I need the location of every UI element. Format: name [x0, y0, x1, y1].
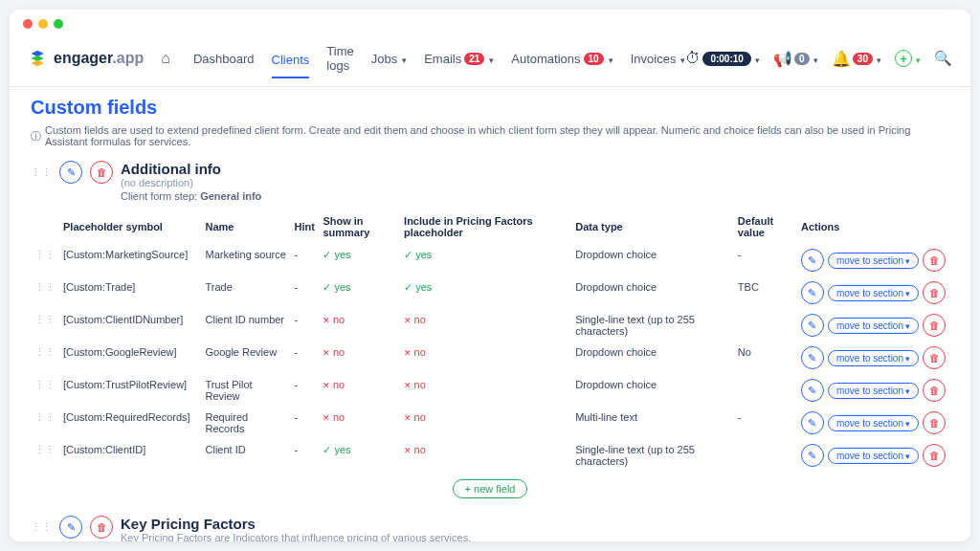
move-to-section-button[interactable]: move to section: [828, 253, 919, 269]
min-dot[interactable]: [38, 19, 48, 29]
plus-icon: +: [895, 50, 912, 67]
drag-handle-icon[interactable]: ⋮⋮: [34, 276, 56, 293]
move-to-section-button[interactable]: move to section: [828, 383, 919, 399]
field-hint: -: [291, 342, 320, 374]
data-type: Single-line text (up to 255 characters): [571, 439, 734, 472]
nav-emails[interactable]: Emails21: [424, 46, 494, 72]
field-hint: -: [291, 309, 320, 342]
section-header-additional-info: ⋮⋮ ✎ 🗑 Additional info (no description) …: [31, 161, 949, 202]
default-value: [734, 439, 797, 472]
drag-handle-icon[interactable]: ⋮⋮: [34, 373, 56, 390]
default-value: [734, 309, 797, 342]
edit-field-button[interactable]: ✎: [801, 379, 824, 402]
move-to-section-button[interactable]: move to section: [828, 415, 919, 431]
drag-handle-icon[interactable]: ⋮⋮: [34, 308, 56, 325]
drag-handle-icon[interactable]: ⋮⋮: [31, 516, 52, 534]
yes-indicator: yes: [323, 281, 350, 293]
show-in-summary: no: [319, 407, 400, 439]
default-value: -: [734, 407, 797, 439]
section-desc: (no description): [121, 177, 261, 188]
search-button[interactable]: 🔍: [934, 50, 952, 67]
edit-field-button[interactable]: ✎: [801, 249, 824, 272]
data-type: Single-line text (up to 255 characters): [571, 309, 734, 342]
delete-field-button[interactable]: 🗑: [923, 249, 946, 272]
delete-field-button[interactable]: 🗑: [923, 379, 946, 402]
delete-field-button[interactable]: 🗑: [923, 346, 946, 369]
show-in-summary: no: [319, 374, 400, 407]
delete-field-button[interactable]: 🗑: [923, 314, 946, 337]
drag-handle-icon[interactable]: ⋮⋮: [34, 341, 56, 358]
timer-button[interactable]: ⏱ 0:00:10: [685, 50, 759, 67]
edit-section-button[interactable]: ✎: [59, 516, 82, 539]
drag-handle-icon[interactable]: ⋮⋮: [34, 406, 56, 423]
nav-dashboard[interactable]: Dashboard: [193, 46, 255, 72]
nav-jobs[interactable]: Jobs: [371, 46, 407, 72]
edit-field-button[interactable]: ✎: [801, 444, 824, 467]
home-icon[interactable]: ⌂: [161, 50, 170, 67]
field-hint: -: [291, 244, 320, 276]
timer-value: 0:00:10: [702, 52, 750, 66]
drag-handle-icon[interactable]: ⋮⋮: [31, 161, 52, 179]
show-in-summary: yes: [319, 439, 400, 472]
include-in-pricing: yes: [400, 276, 571, 309]
no-indicator: no: [404, 444, 426, 455]
move-to-section-button[interactable]: move to section: [828, 285, 919, 301]
delete-field-button[interactable]: 🗑: [923, 444, 946, 467]
data-type: Dropdown choice: [571, 342, 734, 374]
no-indicator: no: [404, 379, 426, 390]
show-in-summary: no: [319, 342, 400, 374]
table-row: ⋮⋮[Custom:MarketingSource]Marketing sour…: [31, 244, 949, 276]
nav-clients[interactable]: Clients: [272, 47, 310, 78]
delete-section-button[interactable]: 🗑: [90, 161, 113, 184]
move-to-section-button[interactable]: move to section: [828, 318, 919, 334]
placeholder-symbol: [Custom:RequiredRecords]: [59, 407, 202, 439]
table-row: ⋮⋮[Custom:RequiredRecords]Required Recor…: [31, 407, 949, 439]
brand-logo[interactable]: engager.app: [29, 49, 144, 68]
delete-field-button[interactable]: 🗑: [923, 411, 946, 434]
move-to-section-button[interactable]: move to section: [828, 350, 919, 366]
add-button[interactable]: +: [895, 50, 921, 67]
edit-section-button[interactable]: ✎: [59, 161, 82, 184]
yes-indicator: yes: [404, 249, 432, 260]
delete-field-button[interactable]: 🗑: [923, 281, 946, 304]
announce-button[interactable]: 📢0: [773, 50, 818, 68]
drag-handle-icon[interactable]: ⋮⋮: [34, 243, 56, 260]
section-title: Additional info: [121, 161, 261, 177]
placeholder-symbol: [Custom:Trade]: [59, 276, 202, 309]
edit-field-button[interactable]: ✎: [801, 314, 824, 337]
field-hint: -: [291, 407, 320, 439]
no-indicator: no: [404, 346, 426, 358]
field-name: Required Records: [202, 407, 291, 439]
notifications-button[interactable]: 🔔30: [832, 50, 881, 68]
field-hint: -: [291, 374, 320, 407]
col-header: Placeholder symbol: [59, 209, 202, 244]
field-name: Google Review: [202, 342, 291, 374]
fields-table-additional-info: Placeholder symbolNameHintShow in summar…: [31, 209, 949, 472]
yes-indicator: yes: [404, 281, 432, 293]
default-value: -: [734, 244, 797, 276]
nav-automations[interactable]: Automations10: [511, 46, 612, 72]
edit-field-button[interactable]: ✎: [801, 346, 824, 369]
brand-suffix: .app: [112, 50, 144, 66]
drag-handle-icon[interactable]: ⋮⋮: [34, 438, 56, 455]
topbar-tools: ⏱ 0:00:10 📢0 🔔30 + 🔍: [685, 50, 952, 68]
close-dot[interactable]: [23, 19, 33, 29]
col-header: Default value: [734, 209, 797, 244]
delete-section-button[interactable]: 🗑: [90, 516, 113, 539]
max-dot[interactable]: [54, 19, 63, 29]
col-header: Name: [202, 209, 291, 244]
default-value: [734, 374, 797, 407]
placeholder-symbol: [Custom:TrustPilotReview]: [59, 374, 202, 407]
announce-badge: 0: [794, 53, 810, 65]
nav-time-logs[interactable]: Time logs: [326, 38, 353, 78]
include-in-pricing: no: [400, 439, 571, 472]
new-field-button[interactable]: + new field: [453, 479, 528, 498]
placeholder-symbol: [Custom:ClientID]: [59, 439, 202, 472]
move-to-section-button[interactable]: move to section: [828, 448, 919, 464]
field-name: Trade: [202, 276, 291, 309]
nav-invoices[interactable]: Invoices: [631, 46, 686, 72]
section-desc: Key Pricing Factors are Indicators that …: [121, 532, 471, 541]
edit-field-button[interactable]: ✎: [801, 281, 824, 304]
edit-field-button[interactable]: ✎: [801, 411, 824, 434]
no-indicator: no: [323, 379, 345, 390]
